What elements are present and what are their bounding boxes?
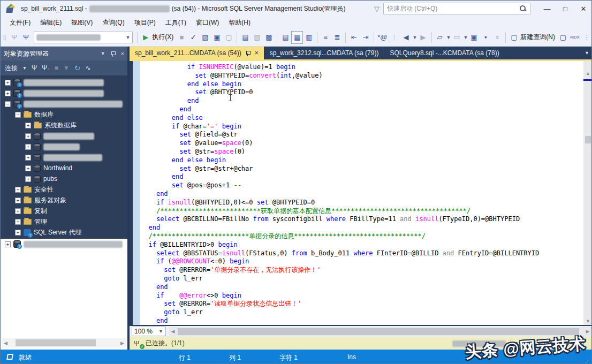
pin-icon[interactable] [111, 51, 116, 57]
scrollbar-thumb[interactable] [178, 328, 579, 335]
menu-item[interactable]: 帮助(H) [224, 17, 255, 28]
change-connection-icon[interactable]: Ψ [20, 31, 32, 44]
navigate-back-icon[interactable]: ◀ [400, 31, 412, 44]
save-all-icon[interactable]: ▫ [491, 31, 503, 44]
results-file-icon[interactable]: ▥ [303, 31, 315, 44]
pin-icon[interactable] [246, 50, 251, 56]
tree-item[interactable]: + [1, 77, 127, 88]
tree-item[interactable]: +安全性 [1, 184, 127, 195]
expand-icon[interactable]: + [25, 176, 31, 182]
tree-item[interactable]: −数据库 [1, 109, 127, 120]
scrollbar-thumb[interactable] [16, 339, 96, 346]
expand-icon[interactable]: + [15, 208, 21, 214]
toolbar-grip[interactable]: ⣿ [3, 34, 6, 40]
scroll-left-icon[interactable]: ◀ [2, 338, 10, 347]
new-query-icon[interactable]: ▢ [508, 31, 520, 44]
expand-icon[interactable]: + [15, 198, 21, 203]
tree-item[interactable]: +系统数据库 [1, 120, 127, 131]
expand-icon[interactable]: + [15, 219, 21, 225]
tree-item[interactable]: + [1, 131, 127, 141]
panel-close-icon[interactable]: × [121, 50, 124, 57]
query-designer-icon[interactable]: ▣ [211, 31, 223, 44]
menu-item[interactable]: 项目(P) [130, 17, 161, 28]
scroll-left-icon[interactable]: ◀ [169, 327, 177, 336]
mdx-query-icon[interactable]: MDX [569, 31, 581, 44]
quick-launch-input[interactable]: 快速启动 (Ctrl+Q) [383, 3, 530, 14]
menu-item[interactable]: 窗口(W) [191, 17, 224, 28]
chevron-down-icon[interactable]: ▼ [413, 35, 418, 40]
menu-item[interactable]: 视图(V) [66, 17, 97, 28]
client-stats-icon[interactable]: ▩ [263, 31, 275, 44]
stop-icon[interactable]: ■ [176, 31, 187, 44]
open-file-icon[interactable]: ▣ [468, 31, 480, 44]
activity-monitor-icon[interactable]: ∿ [86, 64, 91, 72]
expand-icon[interactable]: + [25, 123, 31, 128]
expand-icon[interactable]: + [5, 90, 11, 96]
object-explorer-tree[interactable]: ++−−数据库+系统数据库++++Northwind+pubs+安全性+服务器对… [1, 75, 127, 337]
live-stats-icon[interactable]: ▨ [251, 31, 263, 44]
minimize-button[interactable]: — [538, 1, 556, 17]
expand-icon[interactable]: + [25, 144, 31, 150]
new-item-icon[interactable]: ▱ [434, 31, 446, 44]
estimated-plan-icon[interactable]: ▧ [199, 31, 211, 44]
chevron-down-icon[interactable]: ▼ [22, 66, 27, 71]
object-explorer-hscrollbar[interactable]: ◀ ▶ [2, 338, 126, 347]
scrollbar-thumb[interactable] [585, 136, 591, 143]
execute-button[interactable]: 执行(X) [151, 33, 176, 42]
connect-plug-icon[interactable]: Ψ [32, 64, 37, 72]
results-text-icon[interactable]: ▤ [279, 31, 291, 44]
chevron-down-icon[interactable]: ▼ [463, 35, 468, 40]
document-tab[interactable]: sp_work_3212.sql...CMDATA (sa (79)) [264, 47, 385, 59]
maximize-button[interactable]: □ [556, 1, 574, 17]
filter-icon[interactable]: ▼ [63, 64, 70, 72]
editor-hscrollbar[interactable]: ◀ ▶ [169, 327, 591, 336]
tree-item[interactable]: +SQL Server 代理 [1, 227, 127, 238]
stop-icon[interactable]: ■ [55, 64, 58, 72]
expand-icon[interactable]: + [25, 165, 31, 171]
tree-item[interactable]: − [1, 98, 127, 109]
tree-item[interactable]: +服务器对象 [1, 195, 127, 206]
expand-icon[interactable]: + [25, 155, 31, 161]
tab-close-icon[interactable]: × [255, 49, 259, 57]
expand-icon[interactable]: + [5, 80, 11, 86]
tree-item[interactable]: +Northwind [1, 163, 127, 173]
menu-item[interactable]: 查询(Q) [97, 17, 129, 28]
navigate-forward-icon[interactable]: ▶ [418, 31, 429, 44]
scroll-up-icon[interactable]: ▲ [583, 71, 592, 76]
chevron-down-icon[interactable]: ▼ [446, 35, 451, 40]
tree-item[interactable]: + [1, 141, 127, 152]
menu-item[interactable]: 编辑(E) [35, 17, 66, 28]
database-combobox[interactable]: ▼ [34, 32, 133, 43]
toolbar-overflow-icon[interactable]: ⋮ [581, 31, 592, 44]
panel-menu-icon[interactable]: ▼ [101, 51, 105, 56]
editor-vscrollbar[interactable]: ▲ ▼ [583, 61, 592, 325]
new-query-button[interactable]: 新建查询(N) [520, 33, 557, 42]
decrease-indent-icon[interactable]: ⇤ [348, 31, 360, 44]
collapse-icon[interactable]: − [15, 112, 21, 118]
tree-item[interactable]: +管理 [1, 216, 127, 227]
expand-icon[interactable]: + [25, 133, 31, 139]
scroll-right-icon[interactable]: ▶ [118, 338, 126, 347]
expand-icon[interactable]: + [15, 187, 21, 193]
menu-item[interactable]: 工具(T) [161, 17, 191, 28]
document-tab[interactable]: sp_bill_work_211...CMDATA (sa (54))× [130, 47, 264, 59]
tab-list-dropdown-icon[interactable]: ▼ [585, 50, 592, 56]
collapse-icon[interactable]: − [5, 101, 11, 107]
tree-item[interactable]: +pubs [1, 173, 127, 184]
tree-item[interactable]: + [1, 88, 127, 98]
increase-indent-icon[interactable]: ⇥ [360, 31, 371, 44]
tree-item[interactable]: + [1, 152, 127, 163]
expand-icon[interactable]: + [15, 230, 21, 236]
sql-editor[interactable]: if ISNUMERIC(@value)=1 begin set @BHTYPE… [133, 61, 583, 325]
scroll-down-icon[interactable]: ▼ [583, 318, 592, 324]
expand-icon[interactable]: + [5, 241, 11, 247]
refresh-icon[interactable]: ↻ [74, 64, 81, 72]
zoom-control[interactable]: 100 % ▼ [132, 327, 166, 336]
intellisense-icon[interactable]: *@ [376, 31, 388, 44]
feedback-icon[interactable]: ▽ [370, 5, 383, 13]
parse-icon[interactable]: ✓ [187, 31, 199, 44]
uncomment-icon[interactable]: ≣ [331, 31, 343, 44]
results-grid-icon[interactable]: ▦ [291, 31, 303, 44]
close-button[interactable]: ✕ [574, 1, 592, 17]
add-item-icon[interactable]: ▭ [451, 31, 462, 44]
